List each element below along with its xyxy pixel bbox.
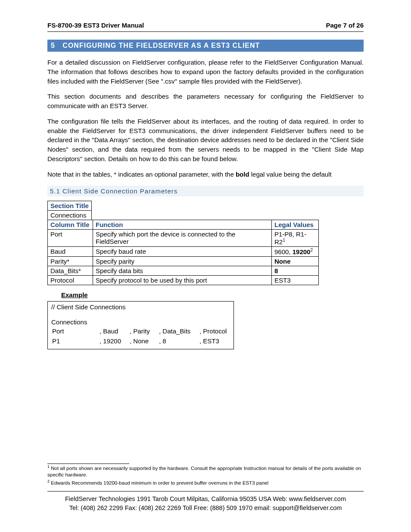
paragraph-3: The configuration file tells the FieldSe…	[47, 117, 364, 164]
col-header: Function	[93, 220, 272, 230]
cell-text: 9600,	[274, 248, 293, 255]
subsection-heading: 5.1 Client Side Connection Parameters	[47, 186, 364, 196]
example-line: // Client Side Connections	[51, 303, 230, 311]
table-row: Port , Baud , Parity , Data_Bits , Proto…	[52, 327, 229, 336]
page: FS-8700-39 EST3 Driver Manual Page 7 of …	[0, 0, 411, 532]
cell: Baud	[48, 247, 93, 257]
cell: Specify parity	[93, 257, 272, 266]
paragraph-2: This section documents and describes the…	[47, 92, 364, 111]
cell: , 19200	[97, 336, 126, 345]
p4-post: legal value being the default	[249, 171, 332, 178]
cell: , EST3	[197, 336, 229, 345]
cell: , None	[127, 336, 156, 345]
table-row: Port Specify which port the device is co…	[48, 230, 319, 247]
parameters-table: Section Title Connections	[47, 201, 92, 220]
table-row: Section Title	[48, 201, 92, 211]
p4-pre: Note that in the tables, * indicates an …	[47, 171, 236, 178]
table-row: Baud Specify baud rate 9600, 192002	[48, 247, 319, 257]
cell-bold: 8	[274, 267, 278, 274]
section-title-header: Section Title	[48, 201, 92, 211]
table-row: // Client Side Connections Connections P…	[48, 302, 234, 349]
footer-line-2: Tel: (408) 262 2299 Fax: (408) 262 2269 …	[47, 504, 364, 512]
table-row: Column Title Function Legal Values	[48, 220, 319, 230]
footer-line-1: FieldServer Technologies 1991 Tarob Cour…	[47, 495, 364, 503]
cell: Specify protocol to be used by this port	[93, 276, 272, 285]
cell: , Parity	[127, 327, 156, 336]
example-line: Connections	[51, 318, 230, 326]
cell: Protocol	[48, 276, 93, 285]
cell: , Protocol	[197, 327, 229, 336]
footnote-ref: 2	[310, 248, 313, 252]
parameters-table-body: Column Title Function Legal Values Port …	[47, 220, 319, 285]
example-table: // Client Side Connections Connections P…	[47, 301, 234, 349]
paragraph-1: For a detailed discussion on FieldServer…	[47, 58, 364, 86]
cell-bold: 19200	[293, 248, 311, 255]
page-header: FS-8700-39 EST3 Driver Manual Page 7 of …	[47, 22, 364, 32]
cell: EST3	[272, 276, 319, 285]
cell: P1	[52, 336, 96, 345]
cell: Specify which port the device is connect…	[93, 230, 272, 247]
col-header: Legal Values	[272, 220, 319, 230]
cell-text: P1-P8, R1-R2	[274, 230, 306, 246]
footnotes: 1 Not all ports shown are necessarily su…	[47, 464, 364, 486]
cell: Port	[52, 327, 96, 336]
cell: Specify data bits	[93, 266, 272, 276]
footnote-text: Not all ports shown are necessarily supp…	[47, 466, 361, 478]
example-label: Example	[61, 291, 364, 299]
cell: P1-P8, R1-R21	[272, 230, 319, 247]
spacer	[51, 311, 230, 318]
footnote-text: Edwards Recommends 19200-baud minimum in…	[50, 480, 268, 485]
footnote-ref: 1	[283, 238, 285, 243]
cell: , Data_Bits	[156, 327, 196, 336]
cell: None	[272, 257, 319, 266]
header-left: FS-8700-39 EST3 Driver Manual	[47, 22, 144, 29]
cell: , 8	[156, 336, 196, 345]
cell: 8	[272, 266, 319, 276]
table-row: P1 , 19200 , None , 8 , EST3	[52, 336, 229, 345]
table-row: Data_Bits* Specify data bits 8	[48, 266, 319, 276]
page-footer: FieldServer Technologies 1991 Tarob Cour…	[47, 495, 364, 512]
cell: Port	[48, 230, 93, 247]
section-title: CONFIGURING THE FIELDSERVER AS A EST3 CL…	[62, 42, 260, 49]
footer-rule	[47, 491, 364, 492]
table-row: Protocol Specify protocol to be used by …	[48, 276, 319, 285]
cell: Data_Bits*	[48, 266, 93, 276]
paragraph-4: Note that in the tables, * indicates an …	[47, 170, 364, 179]
section-title-value: Connections	[48, 211, 92, 220]
header-right: Page 7 of 26	[326, 22, 364, 29]
cell: Specify baud rate	[93, 247, 272, 257]
table-row: Parity* Specify parity None	[48, 257, 319, 266]
example-inner-table: Port , Baud , Parity , Data_Bits , Proto…	[51, 326, 230, 346]
cell-bold: None	[274, 258, 291, 265]
section-heading: 5 CONFIGURING THE FIELDSERVER AS A EST3 …	[47, 40, 364, 52]
cell: 9600, 192002	[272, 247, 319, 257]
p4-bold: bold	[236, 171, 249, 178]
example-cell: // Client Side Connections Connections P…	[48, 302, 234, 349]
col-header: Column Title	[48, 220, 93, 230]
footnote-1: 1 Not all ports shown are necessarily su…	[47, 464, 364, 479]
footnote-2: 2 Edwards Recommends 19200-baud minimum …	[47, 479, 364, 486]
cell: , Baud	[97, 327, 126, 336]
table-row: Connections	[48, 211, 92, 220]
section-number: 5	[51, 42, 60, 49]
cell: Parity*	[48, 257, 93, 266]
